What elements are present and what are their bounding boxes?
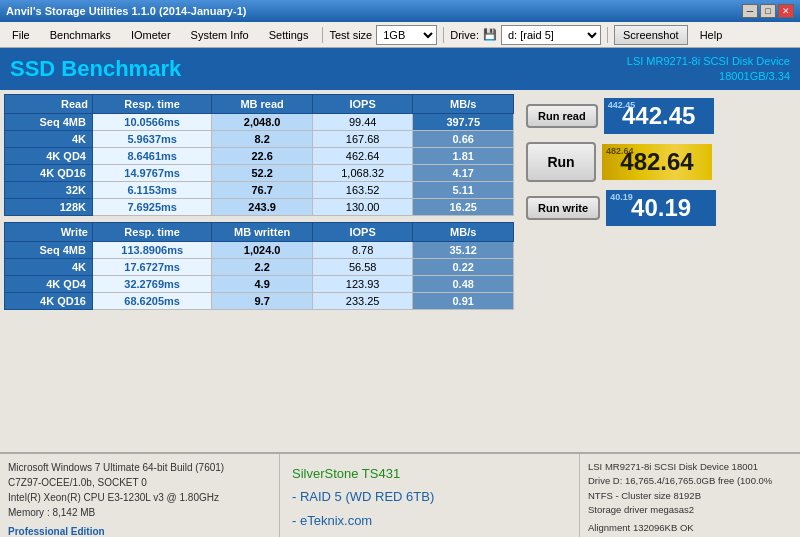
run-read-button[interactable]: Run read [526,104,598,128]
footer-right-line6: Alignment 132096KB OK [588,521,792,535]
footer-right-line2: Drive D: 16,765.4/16,765.0GB free (100.0… [588,474,792,488]
read-resp: 10.0566ms [92,114,211,131]
sys-line3: Intel(R) Xeon(R) CPU E3-1230L v3 @ 1.80G… [8,490,271,505]
device-size: 18001GB/3.34 [627,69,790,84]
read-iops: 462.64 [312,148,413,165]
drive-info: LSI MR9271-8i SCSI Disk Device 18001GB/3… [627,54,790,85]
write-table: Write Resp. time MB written IOPS MB/s Se… [4,222,514,310]
menu-separator-2 [443,27,444,43]
write-row-label: 4K [5,259,93,276]
menu-bar: File Benchmarks IOmeter System Info Sett… [0,22,800,48]
menu-help[interactable]: Help [692,27,731,43]
read-resp: 6.1153ms [92,182,211,199]
drive-control: Drive: 💾 d: [raid 5] [450,25,601,45]
menu-settings[interactable]: Settings [261,27,317,43]
write-row-label: Seq 4MB [5,242,93,259]
read-iops: 167.68 [312,131,413,148]
write-resp: 68.6205ms [92,293,211,310]
write-row-label: 4K QD16 [5,293,93,310]
write-header-iops: IOPS [312,223,413,242]
sys-line4: Memory : 8,142 MB [8,505,271,520]
menu-benchmarks[interactable]: Benchmarks [42,27,119,43]
read-table-row: 32K 6.1153ms 76.7 163.52 5.11 [5,182,514,199]
read-mbs: 0.66 [413,131,514,148]
read-row-label: Seq 4MB [5,114,93,131]
main-content: Read Resp. time MB read IOPS MB/s Seq 4M… [0,90,800,452]
window-title: Anvil's Storage Utilities 1.1.0 (2014-Ja… [6,5,246,17]
sys-line2: C7Z97-OCEE/1.0b, SOCKET 0 [8,475,271,490]
write-table-row: 4K QD16 68.6205ms 9.7 233.25 0.91 [5,293,514,310]
write-iops: 8.78 [312,242,413,259]
read-row-label: 4K QD4 [5,148,93,165]
write-mb: 2.2 [212,259,313,276]
test-size-select[interactable]: 1GB 512MB 256MB [376,25,437,45]
menu-file[interactable]: File [4,27,38,43]
read-table: Read Resp. time MB read IOPS MB/s Seq 4M… [4,94,514,216]
read-table-row: Seq 4MB 10.0566ms 2,048.0 99.44 397.75 [5,114,514,131]
footer-right: LSI MR9271-8i SCSI Disk Device 18001 Dri… [580,454,800,537]
write-mb: 9.7 [212,293,313,310]
read-iops: 130.00 [312,199,413,216]
right-panel: Run read 442.45 442.45 Run 482.64 482.64… [520,90,800,452]
close-button[interactable]: ✕ [778,4,794,18]
read-mbs: 4.17 [413,165,514,182]
write-resp: 17.6727ms [92,259,211,276]
write-header-mb: MB written [212,223,313,242]
read-row-label: 4K QD16 [5,165,93,182]
menu-iometer[interactable]: IOmeter [123,27,179,43]
title-bar-buttons: ─ □ ✕ [742,4,794,18]
run-write-button[interactable]: Run write [526,196,600,220]
read-mb: 76.7 [212,182,313,199]
write-iops: 123.93 [312,276,413,293]
read-table-row: 128K 7.6925ms 243.9 130.00 16.25 [5,199,514,216]
write-header-label: Write [5,223,93,242]
read-iops: 1,068.32 [312,165,413,182]
menu-separator-1 [322,27,323,43]
read-row-label: 32K [5,182,93,199]
write-iops: 56.58 [312,259,413,276]
read-score-row: Run read 442.45 442.45 [526,98,794,134]
read-mb: 2,048.0 [212,114,313,131]
read-row-label: 4K [5,131,93,148]
write-table-row: 4K 17.6727ms 2.2 56.58 0.22 [5,259,514,276]
read-header-mbs: MB/s [413,95,514,114]
write-mbs: 35.12 [413,242,514,259]
read-resp: 8.6461ms [92,148,211,165]
test-size-label: Test size [329,29,372,41]
read-row-label: 128K [5,199,93,216]
write-row-label: 4K QD4 [5,276,93,293]
write-table-row: 4K QD4 32.2769ms 4.9 123.93 0.48 [5,276,514,293]
read-mbs: 397.75 [413,114,514,131]
screenshot-button[interactable]: Screenshot [614,25,688,45]
total-score-display: 482.64 482.64 [602,144,712,180]
read-header-resp: Resp. time [92,95,211,114]
title-bar: Anvil's Storage Utilities 1.1.0 (2014-Ja… [0,0,800,22]
read-header-label: Read [5,95,93,114]
drive-select[interactable]: d: [raid 5] [501,25,601,45]
write-header-mbs: MB/s [413,223,514,242]
menu-system-info[interactable]: System Info [183,27,257,43]
read-table-row: 4K QD16 14.9767ms 52.2 1,068.32 4.17 [5,165,514,182]
read-mb: 8.2 [212,131,313,148]
ssd-benchmark-title: SSD Benchmark [10,56,181,82]
write-resp: 32.2769ms [92,276,211,293]
read-iops: 163.52 [312,182,413,199]
footer-center: SilverStone TS431 - RAID 5 (WD RED 6TB) … [280,454,580,537]
maximize-button[interactable]: □ [760,4,776,18]
brand-name: SilverStone TS431 [292,462,567,485]
read-header-mb: MB read [212,95,313,114]
read-score-display: 442.45 442.45 [604,98,714,134]
read-resp: 7.6925ms [92,199,211,216]
write-table-row: Seq 4MB 113.8906ms 1,024.0 8.78 35.12 [5,242,514,259]
read-score-small-label: 442.45 [608,100,636,110]
run-button[interactable]: Run [526,142,596,182]
footer-center-line2: - eTeknix.com [292,509,567,532]
pro-edition-label: Professional Edition [8,524,271,537]
menu-separator-3 [607,27,608,43]
write-score-row: Run write 40.19 40.19 [526,190,794,226]
write-score-small-label: 40.19 [610,192,633,202]
minimize-button[interactable]: ─ [742,4,758,18]
write-score-display: 40.19 40.19 [606,190,716,226]
read-resp: 5.9637ms [92,131,211,148]
write-mbs: 0.48 [413,276,514,293]
